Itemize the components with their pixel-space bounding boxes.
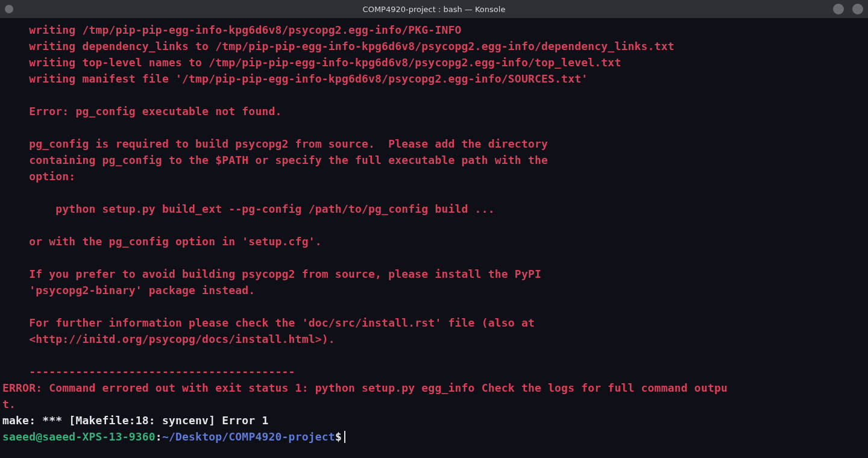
prompt-user-host: saeed@saeed-XPS-13-9360 (2, 428, 156, 445)
window-titlebar: COMP4920-project : bash — Konsole (0, 0, 868, 18)
make-error-line: make: *** [Makefile:18: syncenv] Error 1 (2, 412, 866, 428)
close-button[interactable] (852, 4, 863, 14)
minimize-button[interactable] (833, 4, 844, 14)
window-title: COMP4920-project : bash — Konsole (363, 5, 506, 14)
window-controls (833, 4, 863, 14)
cursor-icon (344, 431, 345, 443)
prompt-cwd: ~/Desktop/COMP4920-project (162, 428, 335, 445)
pip-error-summary: ERROR: Command errored out with exit sta… (2, 380, 866, 412)
shell-prompt[interactable]: saeed@saeed-XPS-13-9360 : ~/Desktop/COMP… (2, 428, 866, 445)
prompt-sigil: $ (335, 428, 342, 445)
app-menu-icon[interactable] (5, 5, 13, 13)
prompt-colon: : (156, 428, 162, 445)
terminal-viewport[interactable]: writing /tmp/pip-pip-egg-info-kpg6d6v8/p… (0, 18, 868, 458)
pip-error-block: writing /tmp/pip-pip-egg-info-kpg6d6v8/p… (2, 22, 866, 380)
